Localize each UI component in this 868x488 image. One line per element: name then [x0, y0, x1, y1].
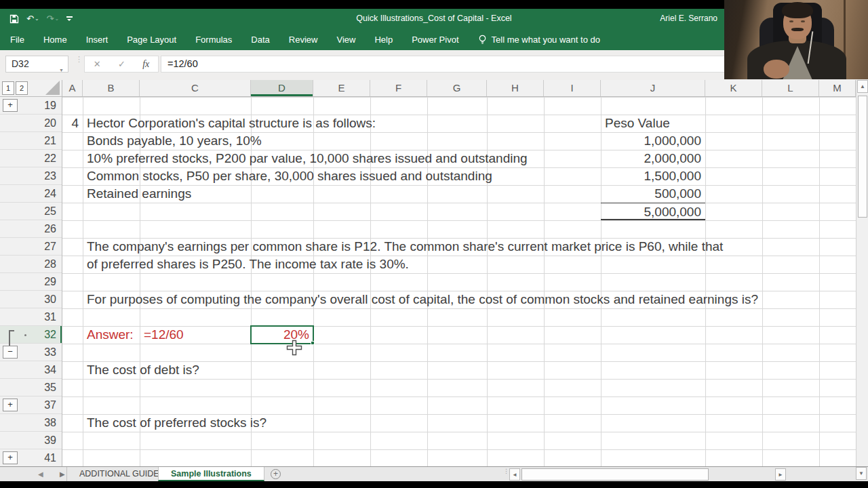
- sheet-nav-left-icon[interactable]: ◀: [38, 467, 43, 482]
- ribbon-tab-view[interactable]: View: [336, 35, 355, 45]
- ribbon-tab-insert[interactable]: Insert: [86, 35, 108, 45]
- row-header-24[interactable]: 24: [0, 185, 62, 203]
- name-box-value: D32: [12, 58, 29, 69]
- sheet-tab-additional-guide[interactable]: ADDITIONAL GUIDE: [66, 467, 172, 481]
- row-header-35[interactable]: 35: [0, 379, 62, 396]
- gridline-horizontal: [62, 361, 856, 362]
- cell-B21[interactable]: Bonds payable, 10 years, 10%: [83, 132, 140, 150]
- cell-J22[interactable]: 2,000,000: [601, 150, 705, 167]
- ribbon-tab-data[interactable]: Data: [251, 35, 269, 45]
- cell-J24[interactable]: 500,000: [601, 185, 705, 203]
- insert-function-icon[interactable]: fx: [142, 59, 149, 70]
- cell-B24[interactable]: Retained earnings: [83, 185, 140, 203]
- row-header-25[interactable]: 25: [0, 203, 62, 220]
- row-header-29[interactable]: 29: [0, 273, 62, 291]
- cell-B38[interactable]: The cost of preferred stocks is?: [83, 414, 140, 432]
- column-header-I[interactable]: I: [544, 80, 601, 96]
- cell-B32[interactable]: Answer:: [83, 326, 140, 344]
- fill-handle[interactable]: [311, 341, 315, 345]
- scroll-left-icon[interactable]: ◄: [509, 468, 520, 481]
- column-header-C[interactable]: C: [140, 80, 251, 96]
- gridline-horizontal: [62, 256, 856, 256]
- customize-qat-button[interactable]: [66, 16, 73, 21]
- cell-J21[interactable]: 1,000,000: [601, 132, 705, 150]
- sheet-tab-sample-illustrations[interactable]: Sample Illustrations: [158, 467, 264, 481]
- ribbon-tab-formulas[interactable]: Formulas: [195, 35, 232, 45]
- redo-button[interactable]: ↷⌄: [47, 14, 60, 23]
- column-header-E[interactable]: E: [313, 80, 370, 96]
- ribbon-tab-help[interactable]: Help: [374, 35, 393, 45]
- row-header-21[interactable]: 21: [0, 132, 62, 150]
- column-header-L[interactable]: L: [762, 80, 819, 96]
- row-header-20[interactable]: 20: [0, 115, 62, 132]
- cell-B30[interactable]: For purposes of computing the company's …: [83, 291, 140, 308]
- outline-level-1-button[interactable]: 1: [2, 81, 14, 95]
- undo-button[interactable]: ↶⌄: [26, 14, 39, 23]
- account-user-name[interactable]: Ariel E. Serrano: [660, 9, 717, 28]
- row-header-28[interactable]: 28: [0, 256, 62, 273]
- column-header-J[interactable]: J: [601, 80, 705, 96]
- name-box-dropdown-icon[interactable]: ▼: [59, 62, 64, 78]
- horizontal-scroll-thumb[interactable]: [521, 468, 709, 481]
- row-header-23[interactable]: 23: [0, 167, 62, 185]
- gridline-horizontal: [62, 97, 856, 98]
- row-header-22[interactable]: 22: [0, 150, 62, 167]
- spreadsheet-grid[interactable]: 4Hector Corporation's capital structure …: [62, 97, 856, 466]
- row-header-27[interactable]: 27: [0, 238, 62, 256]
- formula-bar-splitter-icon[interactable]: ⋮: [75, 57, 78, 62]
- new-sheet-button[interactable]: +: [271, 469, 281, 479]
- sheet-nav-right-icon[interactable]: ▶: [60, 467, 65, 482]
- column-header-F[interactable]: F: [370, 80, 427, 96]
- row-header-34[interactable]: 34: [0, 361, 62, 379]
- ribbon-tab-page-layout[interactable]: Page Layout: [127, 35, 176, 45]
- column-header-M[interactable]: M: [819, 80, 856, 96]
- row-header-26[interactable]: 26: [0, 220, 62, 238]
- column-header-H[interactable]: H: [487, 80, 544, 96]
- name-box[interactable]: D32 ▼: [5, 56, 68, 73]
- cell-J23[interactable]: 1,500,000: [601, 167, 705, 185]
- save-icon[interactable]: [9, 14, 19, 24]
- cell-B23[interactable]: Common stocks, P50 per share, 30,000 sha…: [83, 167, 140, 185]
- cancel-icon[interactable]: ✕: [94, 59, 101, 69]
- vertical-scroll-thumb[interactable]: [858, 96, 867, 218]
- cell-C32[interactable]: =12/60: [140, 326, 251, 344]
- column-header-K[interactable]: K: [705, 80, 762, 96]
- column-header-G[interactable]: G: [427, 80, 487, 96]
- column-header-B[interactable]: B: [83, 80, 140, 96]
- cell-A20[interactable]: 4: [62, 115, 83, 132]
- vertical-scrollbar[interactable]: ▲: [856, 80, 868, 466]
- cell-J20[interactable]: Peso Value: [601, 115, 705, 132]
- cell-B28[interactable]: of preferred shares is P250. The income …: [83, 256, 140, 273]
- row-header-38[interactable]: 38: [0, 414, 62, 432]
- expand-group-button-row-41[interactable]: +: [3, 451, 18, 464]
- outline-level-2-button[interactable]: 2: [16, 81, 28, 95]
- enter-icon[interactable]: ✓: [118, 59, 125, 69]
- ribbon-tab-home[interactable]: Home: [43, 35, 67, 45]
- scroll-up-icon[interactable]: ▲: [857, 80, 868, 93]
- tab-scroll-splitter-icon[interactable]: ⋮: [503, 470, 506, 473]
- select-all-button[interactable]: [45, 81, 60, 95]
- row-header-39[interactable]: 39: [0, 432, 62, 449]
- cell-J25[interactable]: 5,000,000: [601, 203, 705, 220]
- expand-group-button-row-19[interactable]: +: [3, 99, 18, 112]
- redo-dropdown-icon[interactable]: ⌄: [55, 16, 60, 22]
- cell-B27[interactable]: The company's earnings per common share …: [83, 238, 140, 256]
- ribbon-tab-review[interactable]: Review: [289, 35, 318, 45]
- expand-group-button-row-37[interactable]: +: [3, 399, 18, 411]
- column-header-D[interactable]: D: [251, 80, 313, 96]
- cell-B20[interactable]: Hector Corporation's capital structure i…: [83, 115, 140, 132]
- scroll-down-icon[interactable]: ▼: [856, 467, 867, 480]
- ribbon-tab-file[interactable]: File: [10, 35, 24, 45]
- collapse-group-button-row-33[interactable]: −: [3, 346, 18, 359]
- cell-B34[interactable]: The cost of debt is?: [83, 361, 140, 379]
- outline-bracket: [9, 330, 10, 346]
- cell-B22[interactable]: 10% preferred stocks, P200 par value, 10…: [83, 150, 140, 167]
- formula-bar-buttons: ✕ ✓ fx: [84, 56, 159, 73]
- scroll-right-icon[interactable]: ►: [775, 468, 786, 481]
- row-header-30[interactable]: 30: [0, 291, 62, 308]
- ribbon-tab-power-pivot[interactable]: Power Pivot: [412, 35, 458, 45]
- row-header-31[interactable]: 31: [0, 308, 62, 326]
- tell-me-box[interactable]: Tell me what you want to do: [478, 35, 600, 45]
- undo-dropdown-icon[interactable]: ⌄: [35, 16, 39, 22]
- column-header-A[interactable]: A: [62, 80, 83, 96]
